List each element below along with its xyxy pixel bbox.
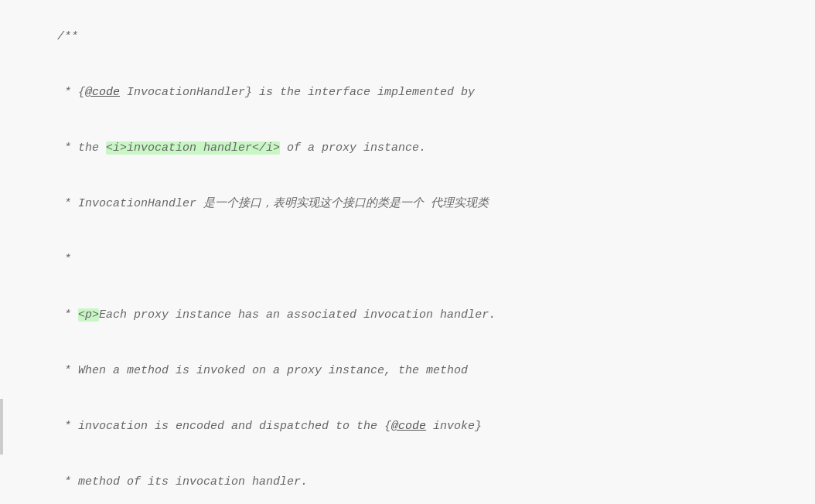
line-content-1: /** — [3, 9, 803, 65]
comment-text-4: of a proxy instance. — [280, 141, 426, 155]
when-method-text: * When a method is invoked on a proxy in… — [57, 364, 468, 377]
code-line-8: * invocation is encoded and dispatched t… — [0, 399, 815, 455]
code-line-7: * When a method is invoked on a proxy in… — [0, 343, 815, 399]
comment-start: /** — [57, 30, 78, 43]
code-line-9: * method of its invocation handler. — [0, 455, 815, 504]
invocation-handler-highlight: <i>invocation handler</i> — [106, 141, 280, 155]
code-line-2: * {@code InvocationHandler} is the inter… — [0, 65, 815, 121]
code-container: /** * {@code InvocationHandler} is the i… — [0, 0, 815, 504]
line-content-3: * the <i>invocation handler</i> of a pro… — [3, 121, 803, 176]
line-content-4: * InvocationHandler 是一个接口，表明实现这个接口的类是一个 … — [3, 176, 803, 232]
code-line-4: * InvocationHandler 是一个接口，表明实现这个接口的类是一个 … — [0, 176, 815, 232]
code-line-3: * the <i>invocation handler</i> of a pro… — [0, 121, 815, 176]
invocation-text: * invocation is encoded and dispatched t… — [57, 420, 391, 433]
p-tag-highlight: <p> — [78, 308, 99, 322]
code-line-5: * — [0, 232, 815, 288]
at-code-link-1[interactable]: @code — [85, 86, 120, 99]
proxy-instance-text: Each proxy instance has an associated in… — [99, 308, 496, 322]
comment-text: * { — [57, 86, 85, 99]
code-line-6: * <p>Each proxy instance has an associat… — [0, 288, 815, 343]
invoke-text: invoke} — [426, 420, 482, 433]
line-content-6: * <p>Each proxy instance has an associat… — [3, 288, 803, 343]
line-content-7: * When a method is invoked on a proxy in… — [3, 343, 803, 399]
comment-text-5: * — [57, 308, 78, 322]
line-content-5: * — [3, 232, 803, 288]
comment-text-2: InvocationHandler} is the interface impl… — [120, 86, 475, 99]
line-content-8: * invocation is encoded and dispatched t… — [3, 399, 803, 455]
at-code-link-2[interactable]: @code — [391, 420, 426, 433]
method-invocation-text: * method of its invocation handler. — [57, 475, 308, 489]
comment-asterisk-1: * — [57, 253, 71, 266]
comment-text-3: * the — [57, 141, 106, 155]
chinese-text-1: * InvocationHandler 是一个接口，表明实现这个接口的类是一个 … — [57, 197, 489, 210]
code-line-1: /** — [0, 9, 815, 65]
line-content-2: * {@code InvocationHandler} is the inter… — [3, 65, 803, 121]
line-content-9: * method of its invocation handler. — [3, 455, 803, 504]
